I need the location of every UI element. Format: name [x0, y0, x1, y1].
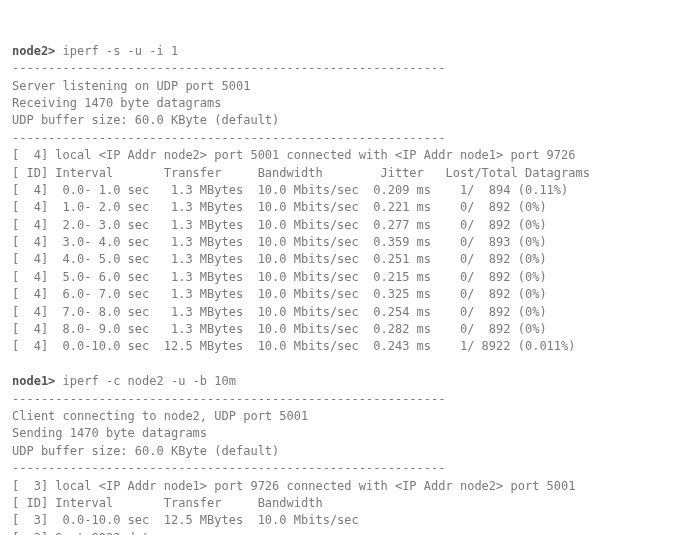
client-command: iperf -c node2 -u -b 10m	[63, 374, 236, 388]
server-dashes-2: ----------------------------------------…	[12, 131, 445, 145]
server-row: [ 4] 3.0- 4.0 sec 1.3 MBytes 10.0 Mbits/…	[12, 235, 547, 249]
server-row: [ 4] 8.0- 9.0 sec 1.3 MBytes 10.0 Mbits/…	[12, 322, 547, 336]
server-command: iperf -s -u -i 1	[63, 44, 179, 58]
server-buffer: UDP buffer size: 60.0 KByte (default)	[12, 113, 279, 127]
server-row: [ 4] 7.0- 8.0 sec 1.3 MBytes 10.0 Mbits/…	[12, 305, 547, 319]
client-row: [ 3] Sent 8922 datagrams	[12, 531, 193, 535]
server-receiving: Receiving 1470 byte datagrams	[12, 96, 222, 110]
server-table-header: [ ID] Interval Transfer Bandwidth Jitter…	[12, 166, 590, 180]
server-prompt-host: node2>	[12, 44, 55, 58]
client-dashes-1: ----------------------------------------…	[12, 392, 445, 406]
server-conn-line: [ 4] local <IP Addr node2> port 5001 con…	[12, 148, 576, 162]
server-row: [ 4] 5.0- 6.0 sec 1.3 MBytes 10.0 Mbits/…	[12, 270, 547, 284]
server-row: [ 4] 6.0- 7.0 sec 1.3 MBytes 10.0 Mbits/…	[12, 287, 547, 301]
server-row: [ 4] 2.0- 3.0 sec 1.3 MBytes 10.0 Mbits/…	[12, 218, 547, 232]
client-conn-line: [ 3] local <IP Addr node1> port 9726 con…	[12, 479, 576, 493]
client-sending: Sending 1470 byte datagrams	[12, 426, 207, 440]
client-buffer: UDP buffer size: 60.0 KByte (default)	[12, 444, 279, 458]
terminal-output: node2> iperf -s -u -i 1 ----------------…	[12, 43, 688, 535]
client-prompt-host: node1>	[12, 374, 55, 388]
server-row: [ 4] 0.0- 1.0 sec 1.3 MBytes 10.0 Mbits/…	[12, 183, 568, 197]
client-connecting: Client connecting to node2, UDP port 500…	[12, 409, 308, 423]
client-table-header: [ ID] Interval Transfer Bandwidth	[12, 496, 323, 510]
server-listening: Server listening on UDP port 5001	[12, 79, 250, 93]
server-dashes-1: ----------------------------------------…	[12, 61, 445, 75]
server-row: [ 4] 4.0- 5.0 sec 1.3 MBytes 10.0 Mbits/…	[12, 252, 547, 266]
client-dashes-2: ----------------------------------------…	[12, 461, 445, 475]
server-row: [ 4] 1.0- 2.0 sec 1.3 MBytes 10.0 Mbits/…	[12, 200, 547, 214]
server-row: [ 4] 0.0-10.0 sec 12.5 MBytes 10.0 Mbits…	[12, 339, 576, 353]
client-row: [ 3] 0.0-10.0 sec 12.5 MBytes 10.0 Mbits…	[12, 513, 359, 527]
